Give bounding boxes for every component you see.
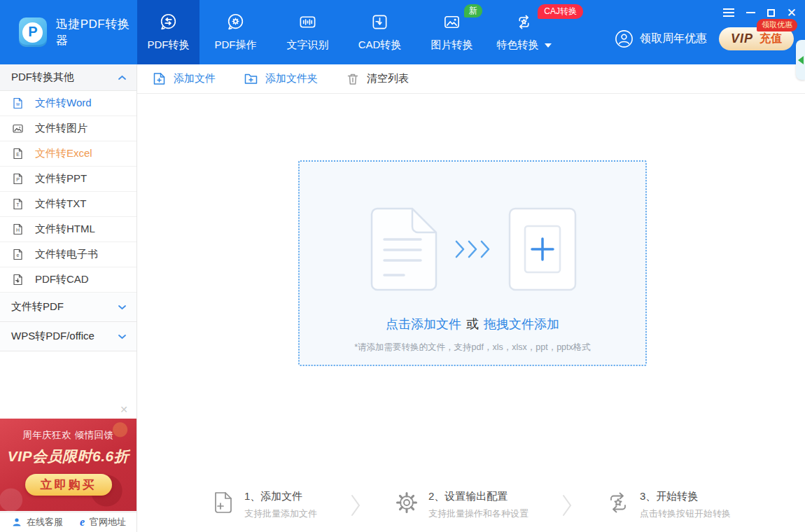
promo-line2: VIP会员限时6.6折 [0,447,136,466]
caj-badge: CAJ转换 [538,4,583,19]
sidebar-footer: 在线客服 e 官网地址 [0,512,136,532]
user-icon [615,29,634,48]
tab-ocr[interactable]: 文字识别 [272,0,344,64]
app-logo-icon: P [19,18,47,47]
app-brand: P 迅捷PDF转换器 [0,0,137,64]
txt-doc-icon: T [12,198,24,210]
sidebar-item-file-to-image[interactable]: 文件转图片 [0,116,136,141]
app-window: P 迅捷PDF转换器 PDF转换 [0,0,805,532]
sidebar-group-file-to-pdf[interactable]: 文件转PDF [0,293,136,322]
promo-line1: 周年庆狂欢 倾情回馈 [0,419,136,442]
special-convert-icon [514,13,533,31]
tab-cad-convert[interactable]: CAD转换 [344,0,416,64]
word-doc-icon: w [12,97,24,109]
promo-banner[interactable]: 周年庆狂欢 倾情回馈 VIP会员限时6.6折 立即购买 [0,419,136,511]
cad-icon [370,13,389,31]
promo-close-icon[interactable]: ✕ [120,405,128,414]
sidebar-group-wps-to-pdf[interactable]: WPS转PDF/office [0,322,136,351]
step-separator-icon [351,493,360,517]
sidebar-item-file-to-excel[interactable]: E 文件转Excel [0,141,136,167]
html-doc-icon: H [12,223,24,235]
pdf-convert-icon [159,13,178,31]
document-illustration-icon [368,206,440,292]
image-icon [442,13,461,31]
svg-text:H: H [16,227,20,232]
header: P 迅捷PDF转换器 PDF转换 [0,0,805,64]
chevron-down-icon [545,43,552,48]
add-file-icon [152,71,167,86]
step-convert-icon [606,490,631,515]
chevron-down-icon [118,334,126,340]
chevron-up-icon [118,75,126,80]
sidebar-item-file-to-ppt[interactable]: P 文件转PPT [0,167,136,192]
sidebar-group-pdf-other[interactable]: PDF转换其他 [0,64,136,91]
chevron-down-icon [118,304,126,310]
dropzone-hint: *请添加需要转换的文件，支持pdf，xls，xlsx，ppt，pptx格式 [300,342,645,354]
pdf-operate-icon [226,13,245,31]
ocr-icon [298,13,317,31]
tab-pdf-convert[interactable]: PDF转换 [137,0,200,64]
maximize-icon[interactable] [767,6,775,19]
ebook-doc-icon: e [12,248,24,260]
minimize-icon[interactable] [746,6,755,19]
header-right: 领取周年优惠 领取优惠 VIP 充值 [615,27,794,50]
service-person-icon [12,517,22,527]
new-badge: 新 [464,4,482,18]
app-title: 迅捷PDF转换器 [56,16,137,48]
anniversary-offer-link[interactable]: 领取周年优惠 [615,29,707,48]
buy-now-button[interactable]: 立即购买 [25,474,112,496]
sidebar-item-file-to-word[interactable]: w 文件转Word [0,91,136,116]
vip-recharge-button[interactable]: 领取优惠 VIP 充值 [719,27,794,50]
file-dropzone[interactable]: 点击添加文件 或 拖拽文件添加 *请添加需要转换的文件，支持pdf，xls，xl… [298,160,647,366]
add-file-illustration-icon [507,206,578,292]
step-separator-icon [562,493,572,517]
side-panel-toggle[interactable] [796,40,805,80]
svg-text:w: w [15,102,20,106]
svg-text:T: T [16,202,20,207]
tab-image-convert[interactable]: 新 图片转换 [416,0,488,64]
excel-doc-icon: E [12,148,24,160]
online-service-link[interactable]: 在线客服 [12,516,63,528]
toolbar: 添加文件 添加文件夹 清空列表 [137,64,805,94]
ppt-doc-icon: P [12,173,24,185]
trash-icon [346,72,360,86]
step-add-file: 1、添加文件 支持批量添加文件 [211,490,317,520]
step-start-convert: 3、开始转换 点击转换按钮开始转换 [606,490,731,520]
step-gear-icon [394,490,419,515]
svg-text:E: E [16,152,20,157]
step-add-file-icon [211,490,235,515]
sidebar: PDF转换其他 w 文件转Word 文件转图片 E 文件转Excel [0,64,137,532]
sidebar-item-file-to-ebook[interactable]: e 文件转电子书 [0,242,136,267]
sidebar-item-file-to-txt[interactable]: T 文件转TXT [0,192,136,217]
image-doc-icon [12,122,24,134]
chevrons-right-icon [454,239,493,259]
step-configure: 2、设置输出配置 支持批量操作和各种设置 [394,490,528,520]
menu-icon[interactable] [723,6,734,19]
tab-special-convert[interactable]: CAJ转换 特色转换 [488,0,560,64]
window-controls: ✕ [723,6,797,19]
official-site-link[interactable]: e 官网地址 [80,516,126,528]
add-folder-button[interactable]: 添加文件夹 [244,71,318,86]
vip-offer-badge: 领取优惠 [757,19,797,31]
svg-text:e: e [17,253,20,258]
click-add-text: 点击添加文件 [386,317,461,331]
steps-guide: 1、添加文件 支持批量添加文件 2、设置输出配置 支持批量操作和各种设置 [137,490,805,520]
ie-browser-icon: e [80,517,85,528]
main-nav: PDF转换 PDF操作 文字识别 [137,0,560,64]
sidebar-item-pdf-to-cad[interactable]: PDF转CAD [0,267,136,293]
close-icon[interactable]: ✕ [787,6,797,19]
cad-doc-icon [12,274,24,286]
chevron-left-icon [798,56,804,64]
dropzone-title: 点击添加文件 或 拖拽文件添加 [300,316,645,332]
add-file-button[interactable]: 添加文件 [152,71,216,86]
svg-text:P: P [16,177,20,182]
tab-pdf-operate[interactable]: PDF操作 [200,0,272,64]
add-folder-icon [244,71,258,86]
sidebar-item-file-to-html[interactable]: H 文件转HTML [0,217,136,242]
drag-add-text: 拖拽文件添加 [484,317,559,331]
clear-list-button[interactable]: 清空列表 [346,72,409,86]
dropzone-illustration [300,206,645,292]
